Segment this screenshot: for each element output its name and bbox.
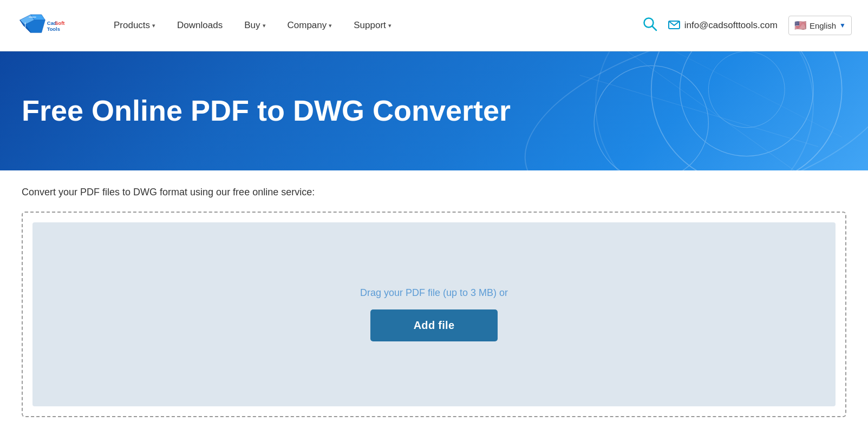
header: Cad Soft Tools Products ▾ Downloads Buy …	[0, 0, 868, 51]
logo-svg: Cad Soft Tools	[16, 6, 81, 44]
drop-zone-text: Drag your PDF file (up to 3 MB) or	[360, 287, 508, 299]
chevron-down-icon: ▾	[152, 22, 155, 29]
header-right: info@cadsofttools.com 🇺🇸 English ▼	[642, 16, 852, 35]
add-file-button[interactable]: Add file	[370, 309, 498, 341]
chevron-down-icon-buy: ▾	[263, 22, 266, 29]
chevron-down-icon-support: ▾	[388, 22, 391, 29]
drop-zone[interactable]: Drag your PDF file (up to 3 MB) or Add f…	[32, 222, 836, 406]
nav-label-products: Products	[114, 20, 150, 31]
hero-banner: Free Online PDF to DWG Converter	[0, 51, 868, 170]
chevron-down-icon-company: ▾	[329, 22, 332, 29]
svg-text:Soft: Soft	[55, 21, 64, 26]
nav-label-buy: Buy	[244, 20, 260, 31]
language-selector[interactable]: 🇺🇸 English ▼	[788, 16, 852, 35]
nav-item-products[interactable]: Products ▾	[103, 0, 166, 51]
svg-line-17	[579, 75, 818, 147]
svg-line-18	[675, 51, 841, 137]
intro-text: Convert your PDF files to DWG format usi…	[22, 187, 846, 198]
email-area: info@cadsofttools.com	[668, 19, 778, 32]
language-label: English	[810, 21, 836, 30]
svg-point-15	[594, 65, 708, 170]
drop-zone-wrapper: Drag your PDF file (up to 3 MB) or Add f…	[22, 212, 846, 417]
svg-line-10	[652, 26, 656, 30]
svg-line-16	[627, 51, 794, 170]
nav-item-support[interactable]: Support ▾	[343, 0, 402, 51]
nav-item-buy[interactable]: Buy ▾	[233, 0, 276, 51]
nav-item-downloads[interactable]: Downloads	[166, 0, 233, 51]
main-nav: Products ▾ Downloads Buy ▾ Company ▾ Sup…	[103, 0, 642, 51]
svg-point-12	[651, 51, 841, 170]
svg-text:Tools: Tools	[47, 27, 60, 32]
svg-point-13	[680, 51, 813, 156]
nav-label-support: Support	[354, 20, 386, 31]
flag-icon: 🇺🇸	[794, 19, 806, 31]
nav-label-company: Company	[288, 20, 327, 31]
svg-point-14	[708, 51, 785, 128]
email-text: info@cadsofttools.com	[684, 20, 778, 31]
email-icon	[668, 19, 680, 32]
main-content: Convert your PDF files to DWG format usi…	[0, 170, 868, 435]
dropdown-chevron-icon: ▼	[839, 22, 846, 29]
nav-item-company[interactable]: Company ▾	[277, 0, 343, 51]
nav-label-downloads: Downloads	[177, 20, 223, 31]
search-icon[interactable]	[642, 16, 657, 35]
logo-link[interactable]: Cad Soft Tools	[16, 6, 81, 44]
hero-title: Free Online PDF to DWG Converter	[22, 95, 511, 127]
